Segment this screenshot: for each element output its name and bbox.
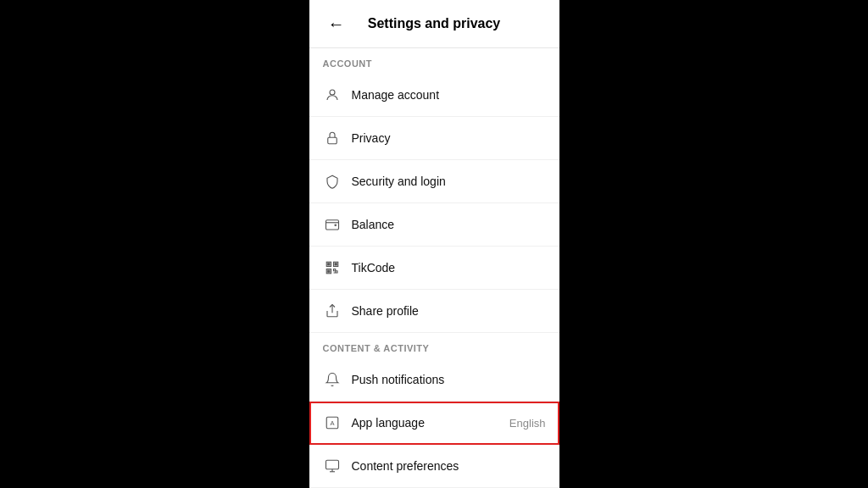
svg-rect-8 [327, 270, 329, 272]
menu-label-app-language: App language [352, 416, 503, 430]
bell-icon [323, 370, 342, 389]
svg-text:A: A [330, 419, 334, 427]
menu-item-push-notifications[interactable]: Push notifications [309, 358, 559, 402]
menu-item-manage-account[interactable]: Manage account [309, 74, 559, 117]
menu-value-app-language: English [509, 417, 546, 430]
wallet-icon [323, 215, 342, 234]
menu-label-balance: Balance [352, 218, 546, 231]
menu-label-content-preferences: Content preferences [352, 459, 546, 473]
svg-rect-6 [327, 263, 329, 265]
back-button[interactable]: ← [323, 10, 350, 37]
menu-item-tikcode[interactable]: TikCode [309, 247, 559, 290]
svg-rect-12 [326, 460, 338, 469]
share-icon [323, 302, 342, 320]
menu-item-balance[interactable]: Balance [309, 203, 559, 247]
menu-item-privacy[interactable]: Privacy [309, 117, 559, 160]
menu-label-tikcode: TikCode [352, 261, 546, 274]
svg-rect-1 [327, 137, 337, 144]
menu-item-app-language[interactable]: AApp languageEnglish [309, 402, 559, 445]
menu-item-security-login[interactable]: Security and login [309, 160, 559, 203]
svg-rect-2 [326, 220, 338, 230]
menu-label-share-profile: Share profile [352, 304, 546, 318]
monitor-icon [323, 457, 342, 475]
menu-item-share-profile[interactable]: Share profile [309, 290, 559, 333]
svg-rect-7 [335, 263, 337, 265]
scroll-content: ACCOUNTManage accountPrivacySecurity and… [309, 48, 559, 488]
phone-frame: ← Settings and privacy ACCOUNTManage acc… [309, 0, 559, 488]
qrcode-icon [323, 258, 342, 277]
section-label-content-activity: CONTENT & ACTIVITY [309, 333, 559, 358]
menu-item-content-preferences[interactable]: Content preferences [309, 445, 559, 488]
menu-label-security-login: Security and login [352, 175, 546, 188]
person-icon [323, 86, 342, 104]
page-title: Settings and privacy [368, 16, 501, 31]
menu-label-privacy: Privacy [352, 131, 546, 145]
section-label-account: ACCOUNT [309, 48, 559, 74]
translate-icon: A [323, 413, 342, 432]
menu-label-manage-account: Manage account [352, 88, 546, 102]
svg-point-0 [330, 90, 335, 95]
header: ← Settings and privacy [309, 0, 559, 48]
lock-icon [323, 129, 342, 147]
menu-label-push-notifications: Push notifications [352, 373, 546, 386]
shield-icon [323, 172, 342, 191]
